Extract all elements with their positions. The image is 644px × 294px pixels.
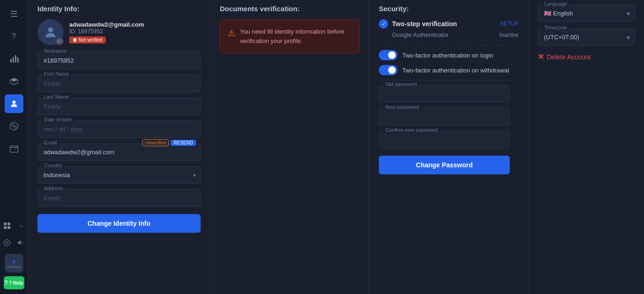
sidebar-gear-icon[interactable] — [1, 237, 13, 248]
timezone-label: Timezone — [543, 25, 569, 30]
toggle-withdrawal-row: Two-factor authentication on withdrawal — [379, 65, 519, 75]
email-field: Email Unverified RESEND — [37, 143, 201, 161]
svg-point-7 — [14, 126, 16, 129]
country-field: Country Indonesia Malaysia Singapore ▾ — [37, 166, 201, 184]
panel-identity: Identity Info: adwadawdw2@gm — [28, 0, 210, 294]
sidebar-help-icon[interactable]: ? — [5, 27, 23, 46]
svg-rect-1 — [13, 57, 14, 63]
old-password-input[interactable] — [379, 85, 510, 102]
first-name-field: First Name — [37, 75, 201, 92]
language-field: Language 🇬🇧 English 🇮🇩 Indonesian 🇪🇸 Spa… — [538, 5, 635, 22]
password-section: Old password New password Confirm new pa… — [379, 85, 519, 174]
dob-field: Date of birth — [37, 121, 201, 138]
change-identity-button[interactable]: Change Identity Info — [37, 214, 201, 233]
svg-rect-3 — [17, 57, 19, 63]
nickname-input[interactable] — [37, 52, 201, 69]
nickname-field: Nickname — [37, 52, 201, 69]
avatar-wrap — [37, 19, 64, 45]
inactive-badge: Inactive — [499, 32, 519, 38]
panel-security: Security: ✓ Two-step verification SETUP … — [369, 0, 528, 294]
new-password-field: New password — [379, 108, 519, 125]
address-label: Address — [42, 186, 65, 191]
sidebar-chart-icon[interactable] — [5, 50, 23, 68]
address-input[interactable] — [37, 189, 201, 207]
two-step-left: ✓ Two-step verification — [379, 19, 457, 29]
last-name-input[interactable] — [37, 98, 201, 115]
timezone-field: Timezone (UTC+07:00) (UTC+00:00) (UTC+08… — [538, 29, 635, 46]
divider2 — [379, 80, 519, 80]
dob-label: Date of birth — [42, 117, 74, 122]
language-select-wrap: 🇬🇧 English 🇮🇩 Indonesian 🇪🇸 Spanish 🇫🇷 F… — [538, 5, 635, 22]
panel-settings: Language 🇬🇧 English 🇮🇩 Indonesian 🇪🇸 Spa… — [528, 0, 644, 294]
first-name-input[interactable] — [37, 75, 201, 92]
delete-account-row[interactable]: ✕ Delete Account — [538, 52, 635, 61]
two-step-row: ✓ Two-step verification SETUP — [379, 19, 519, 29]
email-badges: Unverified RESEND — [142, 139, 196, 146]
country-label: Country — [42, 163, 64, 168]
language-select[interactable]: 🇬🇧 English 🇮🇩 Indonesian 🇪🇸 Spanish 🇫🇷 F… — [538, 5, 635, 22]
profile-row: adwadawdw2@gmail.com ID: 18975952 Not ve… — [37, 19, 201, 45]
sidebar-wallet-icon[interactable] — [5, 139, 23, 158]
not-verified-badge: Not verified — [69, 36, 106, 43]
delete-x-icon: ✕ — [538, 52, 544, 61]
toggle-login[interactable] — [379, 50, 398, 60]
svg-point-4 — [12, 100, 15, 104]
timezone-select-wrap: (UTC+07:00) (UTC+00:00) (UTC+08:00) (UTC… — [538, 29, 635, 46]
main-content: Identity Info: adwadawdw2@gm — [28, 0, 644, 294]
email-label: Email — [42, 140, 59, 145]
help-button[interactable]: ? ? Help — [4, 276, 24, 289]
two-step-label: Two-step verification — [392, 20, 457, 28]
confirm-password-field: Confirm new password — [379, 131, 519, 148]
confirm-password-input[interactable] — [379, 131, 510, 148]
country-select[interactable]: Indonesia Malaysia Singapore — [37, 166, 201, 184]
camera-button[interactable] — [55, 37, 64, 45]
sidebar-sound-icon[interactable] — [15, 237, 27, 248]
resend-button[interactable]: RESEND — [171, 140, 196, 146]
nickname-label: Nickname — [42, 48, 69, 54]
documents-title: Documents verification: — [220, 5, 360, 13]
sidebar-arrow-icon[interactable]: → — [15, 220, 27, 231]
svg-rect-10 — [4, 222, 7, 225]
sidebar-education-icon[interactable] — [5, 72, 23, 91]
old-password-field: Old password — [379, 85, 519, 102]
svg-rect-11 — [7, 222, 10, 225]
svg-point-17 — [58, 41, 60, 42]
svg-rect-12 — [4, 226, 7, 229]
google-auth-row: Google Authenticator Inactive — [392, 31, 519, 38]
toggle-withdrawal[interactable] — [379, 65, 398, 75]
alert-icon: ⚠ — [228, 28, 235, 38]
google-auth-label: Google Authenticator — [392, 31, 449, 38]
panel-documents: Documents verification: ⚠ You need fill … — [210, 0, 369, 294]
svg-point-6 — [12, 124, 14, 126]
confirm-password-label: Confirm new password — [384, 127, 440, 133]
timezone-select[interactable]: (UTC+07:00) (UTC+00:00) (UTC+08:00) (UTC… — [538, 29, 635, 46]
svg-marker-15 — [18, 240, 21, 244]
sidebar-menu-icon[interactable]: ☰ — [5, 5, 23, 23]
svg-rect-2 — [15, 55, 16, 63]
new-password-label: New password — [384, 104, 421, 110]
last-name-field: Last Name — [37, 98, 201, 115]
identity-title: Identity Info: — [37, 5, 201, 13]
sidebar-user-icon[interactable] — [5, 94, 23, 113]
divider1 — [379, 45, 519, 45]
setup-link[interactable]: SETUP — [500, 21, 519, 27]
sidebar: ☰ ? — [0, 0, 28, 294]
official-badge[interactable]: ✈ OFFICIAL — [5, 254, 23, 272]
last-name-label: Last Name — [42, 94, 71, 100]
country-select-wrap: Indonesia Malaysia Singapore ▾ — [37, 166, 201, 184]
security-title: Security: — [379, 5, 519, 13]
old-password-label: Old password — [384, 81, 419, 87]
toggle-withdrawal-label: Two-factor authentication on withdrawal — [402, 67, 509, 74]
unverified-badge: Unverified — [142, 139, 169, 146]
sidebar-exchange-icon[interactable] — [5, 117, 23, 136]
language-label: Language — [543, 1, 569, 7]
svg-point-14 — [6, 242, 8, 244]
new-password-input[interactable] — [379, 108, 510, 125]
svg-rect-13 — [7, 226, 10, 229]
svg-point-16 — [48, 27, 53, 32]
dob-input[interactable] — [37, 121, 201, 138]
change-password-button[interactable]: Change Password — [379, 156, 510, 174]
check-circle: ✓ — [379, 19, 388, 29]
sidebar-grid-icon[interactable] — [1, 220, 13, 231]
svg-rect-9 — [10, 146, 18, 152]
